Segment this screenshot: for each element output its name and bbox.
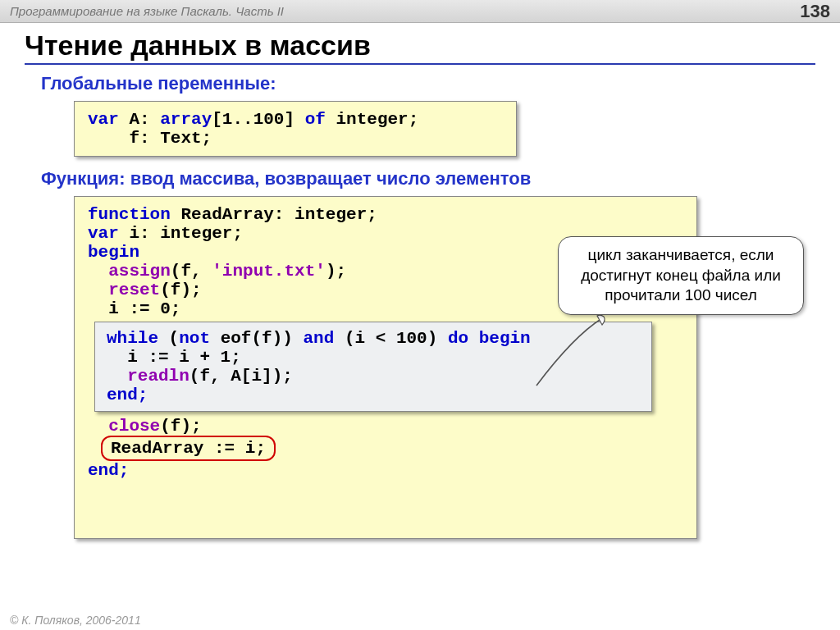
subhead-function: Функция: ввод массива, возвращает число …	[41, 168, 815, 189]
topbar-title: Программирование на языке Паскаль. Часть…	[10, 4, 284, 18]
subhead-globals: Глобальные переменные:	[41, 73, 815, 94]
callout-tail-icon	[528, 312, 627, 394]
footer-copyright: © К. Поляков, 2006-2011	[10, 614, 141, 627]
page-number: 138	[800, 1, 830, 22]
result-assignment: ReadArray := i;	[101, 436, 276, 461]
callout-bubble: цикл заканчивается, если достигнут конец…	[558, 236, 804, 315]
topbar: Программирование на языке Паскаль. Часть…	[0, 0, 840, 23]
code-block-globals: var A: array[1..100] of integer; f: Text…	[74, 101, 517, 157]
slide-title: Чтение данных в массив	[25, 30, 815, 65]
